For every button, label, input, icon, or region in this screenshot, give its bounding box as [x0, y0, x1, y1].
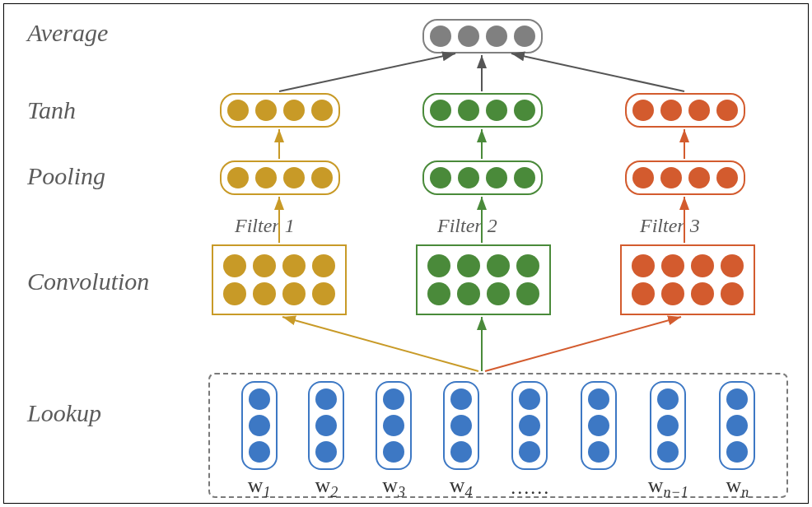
svg-line-9 — [282, 317, 478, 371]
neuron-dot — [457, 254, 480, 277]
neuron-dot — [514, 100, 535, 121]
label-average: Average — [27, 19, 108, 47]
neuron-dot — [716, 100, 738, 121]
filter-label-1: Filter 1 — [235, 215, 295, 237]
neuron-dot — [514, 26, 535, 47]
token-w1: w1 — [241, 381, 278, 501]
pool-node-2 — [422, 160, 543, 195]
neuron-dot — [632, 254, 655, 277]
neuron-dot — [691, 254, 714, 277]
neuron-dot — [255, 100, 277, 121]
tanh-node-2 — [422, 93, 543, 128]
neuron-dot — [227, 167, 249, 188]
neuron-dot — [312, 282, 335, 305]
neuron-dot — [660, 167, 682, 188]
neuron-dot — [660, 100, 682, 121]
neuron-dot — [721, 282, 744, 305]
token-w5: …… — [510, 381, 549, 499]
neuron-dot — [282, 282, 306, 305]
neuron-dot — [283, 167, 305, 188]
token-wn: wn — [719, 381, 755, 501]
neuron-dot — [716, 167, 738, 188]
neuron-dot — [457, 282, 480, 305]
neuron-dot — [661, 282, 684, 305]
neuron-dot — [227, 100, 249, 121]
neuron-dot — [430, 100, 451, 121]
neuron-dot — [223, 254, 246, 277]
neuron-dot — [691, 282, 714, 305]
token-w4: w4 — [443, 381, 479, 501]
filter-label-2: Filter 2 — [437, 215, 497, 237]
neuron-dot — [632, 282, 655, 305]
neuron-dot — [312, 254, 335, 277]
neuron-dot — [487, 254, 510, 277]
pool-node-3 — [625, 160, 745, 195]
neuron-dot — [486, 26, 507, 47]
token-w2: w2 — [308, 381, 344, 501]
neuron-dot — [430, 26, 451, 47]
neuron-dot — [311, 167, 333, 188]
neuron-dot — [514, 167, 535, 188]
conv-filter-1 — [212, 244, 347, 315]
neuron-dot — [487, 282, 510, 305]
neuron-dot — [688, 100, 710, 121]
neuron-dot — [516, 254, 539, 277]
neuron-dot — [688, 167, 710, 188]
conv-filter-3 — [620, 244, 755, 315]
svg-line-2 — [511, 53, 684, 91]
neuron-dot — [632, 167, 654, 188]
neuron-dot — [282, 254, 306, 277]
neuron-dot — [458, 167, 479, 188]
label-lookup: Lookup — [27, 399, 101, 427]
neuron-dot — [311, 100, 333, 121]
neuron-dot — [427, 254, 450, 277]
diagram-frame: Average Tanh Pooling Convolution Lookup … — [3, 3, 809, 504]
average-node — [422, 19, 543, 53]
neuron-dot — [427, 282, 450, 305]
label-tanh: Tanh — [27, 96, 76, 124]
neuron-dot — [458, 100, 479, 121]
token-w3: w3 — [376, 381, 412, 501]
label-pooling: Pooling — [27, 162, 105, 190]
neuron-dot — [632, 100, 654, 121]
neuron-dot — [486, 100, 507, 121]
svg-line-0 — [279, 53, 455, 91]
neuron-dot — [253, 282, 276, 305]
label-convolution: Convolution — [27, 267, 149, 295]
neuron-dot — [661, 254, 684, 277]
neuron-dot — [253, 254, 276, 277]
conv-filter-2 — [416, 244, 551, 315]
tanh-node-1 — [220, 93, 340, 128]
tanh-node-3 — [625, 93, 745, 128]
token-wn1: wn−1 — [648, 381, 688, 501]
neuron-dot — [486, 167, 507, 188]
svg-line-11 — [485, 317, 681, 371]
neuron-dot — [430, 167, 451, 188]
pool-node-1 — [220, 160, 340, 195]
neuron-dot — [721, 254, 744, 277]
filter-label-3: Filter 3 — [640, 215, 700, 237]
neuron-dot — [283, 100, 305, 121]
neuron-dot — [516, 282, 539, 305]
neuron-dot — [458, 26, 479, 47]
lookup-box: w1 w2 w3 w4 …… wn−1 — [208, 373, 788, 498]
neuron-dot — [255, 167, 277, 188]
neuron-dot — [223, 282, 246, 305]
token-w6 — [581, 381, 617, 470]
